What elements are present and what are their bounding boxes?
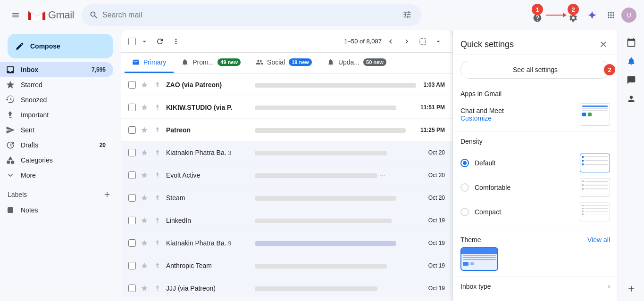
- star-button[interactable]: [140, 103, 149, 112]
- notes-icon-button[interactable]: [623, 72, 640, 89]
- email-checkbox[interactable]: [128, 194, 136, 202]
- view-all-link[interactable]: View all: [587, 236, 610, 244]
- density-preview-comfortable: [580, 178, 610, 197]
- sidebar-item-snoozed[interactable]: Snoozed: [0, 92, 113, 107]
- important-button[interactable]: [153, 125, 162, 135]
- email-time: Oct 19: [428, 262, 445, 269]
- more-options-button[interactable]: [169, 34, 183, 49]
- search-options-button[interactable]: [401, 8, 414, 23]
- sidebar-item-categories[interactable]: Categories: [0, 153, 113, 168]
- search-input[interactable]: [102, 11, 397, 19]
- add-plugin-button[interactable]: [623, 280, 640, 297]
- see-all-settings-button[interactable]: See all settings 2: [460, 61, 610, 79]
- email-row[interactable]: LinkedIn Oct 19: [121, 209, 452, 232]
- sent-icon: [6, 125, 15, 135]
- gmail-logo: Gmail: [27, 8, 74, 22]
- important-button[interactable]: [153, 80, 162, 89]
- prev-page-button[interactable]: [384, 34, 398, 49]
- select-all-checkbox[interactable]: [128, 38, 136, 45]
- star-button[interactable]: [140, 171, 149, 180]
- select-dropdown-button[interactable]: [138, 35, 151, 48]
- view-toggle-button[interactable]: [416, 34, 430, 49]
- email-checkbox[interactable]: [128, 149, 136, 156]
- tab-updates[interactable]: Upda... 50 new: [319, 53, 394, 73]
- refresh-button[interactable]: [153, 34, 167, 49]
- view-dropdown-button[interactable]: [432, 35, 445, 48]
- email-row[interactable]: Patreon 11:25 PM: [121, 119, 452, 141]
- tab-promotions[interactable]: Prom... 49 new: [174, 53, 248, 73]
- email-preview: [255, 239, 421, 247]
- email-row[interactable]: Steam Oct 20: [121, 187, 452, 209]
- tab-social[interactable]: Social 19 new: [248, 53, 319, 73]
- important-button[interactable]: [153, 238, 162, 248]
- snoozed-label: Snoozed: [21, 96, 106, 104]
- important-button[interactable]: [153, 284, 162, 293]
- inbox-type-label: Inbox type: [460, 283, 491, 290]
- star-button[interactable]: [140, 125, 149, 135]
- email-checkbox[interactable]: [128, 285, 136, 292]
- star-button[interactable]: [140, 80, 149, 89]
- email-checkbox[interactable]: [128, 171, 136, 179]
- important-button[interactable]: [153, 216, 162, 225]
- sidebar-item-sent[interactable]: Sent: [0, 122, 113, 138]
- email-row[interactable]: ZAO (via Patreon) 1:03 AM: [121, 73, 452, 96]
- star-button[interactable]: [140, 148, 149, 157]
- email-rows: ZAO (via Patreon) 1:03 AM KIKIW.STUDIO (…: [121, 73, 452, 297]
- density-option-comfortable[interactable]: Comfortable: [460, 175, 610, 200]
- email-checkbox[interactable]: [128, 126, 136, 134]
- email-row[interactable]: KIKIW.STUDIO (via P. 11:51 PM: [121, 96, 452, 119]
- sender-name: LinkedIn: [166, 217, 251, 224]
- email-row[interactable]: Evolt Active ··· Oct 20: [121, 164, 452, 187]
- density-option-compact[interactable]: Compact: [460, 200, 610, 224]
- email-checkbox[interactable]: [128, 239, 136, 247]
- menu-button[interactable]: [8, 7, 24, 23]
- email-row[interactable]: JJJ (via Patreon) Oct 19: [121, 277, 452, 297]
- quick-settings-close-button[interactable]: [597, 38, 610, 51]
- email-toolbar: 1–50 of 8,087: [121, 30, 452, 53]
- chat-meet-label: Chat and Meet: [460, 107, 504, 114]
- sidebar-item-more[interactable]: More: [0, 168, 113, 183]
- contacts-icon-button[interactable]: [623, 90, 640, 107]
- customize-link[interactable]: Customize: [460, 114, 504, 122]
- next-page-button[interactable]: [400, 34, 414, 49]
- inbox-type-section[interactable]: Inbox type ›: [453, 277, 618, 296]
- gmail-text: Gmail: [48, 9, 74, 21]
- star-button[interactable]: [140, 261, 149, 270]
- avatar[interactable]: U: [621, 8, 636, 23]
- email-row[interactable]: Kiatnakin Phatra Ba. 9 Oct 19: [121, 232, 452, 254]
- calendar-icon-button[interactable]: [623, 34, 640, 51]
- sidebar-item-notes[interactable]: Notes: [0, 203, 113, 218]
- email-row[interactable]: Kiatnakin Phatra Ba. 3 Oct 20: [121, 141, 452, 164]
- apps-button[interactable]: [602, 7, 619, 24]
- important-button[interactable]: [153, 103, 162, 112]
- density-label-compact: Compact: [475, 208, 574, 216]
- sidebar-item-drafts[interactable]: Drafts 20: [0, 138, 113, 153]
- sender-name: Evolt Active: [166, 171, 251, 179]
- star-button[interactable]: [140, 216, 149, 225]
- add-label-button[interactable]: [101, 188, 113, 201]
- tasks-icon-button[interactable]: [623, 53, 640, 70]
- density-radio-default: [460, 159, 469, 167]
- email-checkbox[interactable]: [128, 81, 136, 89]
- sender-name: KIKIW.STUDIO (via P.: [166, 104, 251, 111]
- email-checkbox[interactable]: [128, 262, 136, 269]
- important-button[interactable]: [153, 171, 162, 180]
- sidebar-item-important[interactable]: Important: [0, 107, 113, 122]
- gemini-button[interactable]: [584, 7, 601, 24]
- density-preview-compact: [580, 203, 610, 221]
- email-checkbox[interactable]: [128, 104, 136, 111]
- star-button[interactable]: [140, 238, 149, 248]
- density-option-default[interactable]: Default: [460, 151, 610, 175]
- important-button[interactable]: [153, 261, 162, 270]
- star-button[interactable]: [140, 193, 149, 203]
- compose-button[interactable]: Compose: [8, 34, 113, 58]
- important-button[interactable]: [153, 193, 162, 203]
- theme-preview[interactable]: [460, 247, 498, 271]
- tab-primary[interactable]: Primary: [125, 53, 174, 73]
- important-button[interactable]: [153, 148, 162, 157]
- email-row[interactable]: Anthropic Team Oct 19: [121, 254, 452, 277]
- star-button[interactable]: [140, 284, 149, 293]
- email-checkbox[interactable]: [128, 217, 136, 224]
- sidebar-item-starred[interactable]: Starred: [0, 77, 113, 92]
- sidebar-item-inbox[interactable]: Inbox 7,595: [0, 62, 113, 77]
